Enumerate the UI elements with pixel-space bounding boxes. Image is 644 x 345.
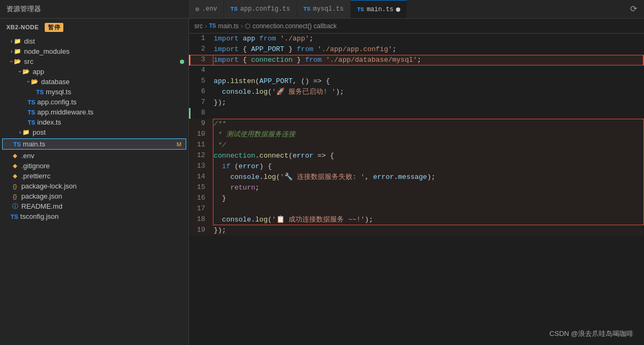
chevron-icon: › [19,129,21,135]
line-number: 14 [190,172,214,183]
code-line-9: 9 /** [190,119,643,129]
code-line-17: 17 [190,204,643,215]
tsconfig-label: tsconfig.json [20,212,59,220]
ts-file-icon: TS [13,141,21,147]
line-number: 19 [190,225,214,236]
line-content: console.log('🔧 连接数据服务失败: ', error.messag… [214,172,643,183]
line-number: 12 [190,151,214,161]
code-line-12: 12 connection.connect(error => { [190,151,643,161]
line-number: 1 [190,34,214,44]
line-content [214,204,643,215]
sidebar-item-src[interactable]: › 📂 src [0,56,188,67]
env-label: .env [21,152,35,160]
sidebar-item-app-middleware-ts[interactable]: TS app.middleware.ts [0,107,188,117]
sidebar-item-app[interactable]: › 📂 app [0,67,188,77]
braces-icon: {} [11,193,19,200]
sidebar-item-mysql-ts[interactable]: TS mysql.ts [0,87,188,97]
tab-main[interactable]: TS main.ts [351,0,408,18]
app-config-ts-label: app.config.ts [37,98,77,106]
diamond-icon: ◆ [11,162,19,169]
ts-file-icon: TS [28,119,35,126]
line-content: connection.connect(error => { [214,151,643,161]
sidebar-item-node-modules[interactable]: › 📁 node_modules [0,46,188,56]
code-line-19: 19 }); [190,225,643,236]
tab-env-label: .env [202,5,217,13]
prettierrc-label: .prettierrc [21,172,51,180]
post-label: post [32,128,46,136]
pause-badge: 暂停 [45,23,63,32]
app-label: app [32,68,44,76]
code-area[interactable]: 1 import app from './app'; 2 import { AP… [189,34,644,345]
node-modules-label: node_modules [24,47,69,55]
code-line-10: 10 * 测试使用数据服务连接 [190,129,643,140]
sidebar-item-env[interactable]: ◆ .env [0,151,188,161]
sidebar-item-package-lock[interactable]: {} package-lock.json [0,181,188,191]
sidebar-item-app-config-ts[interactable]: TS app.config.ts [0,97,188,107]
line-content [214,108,643,119]
modified-badge [180,60,184,64]
editor: src › TS main.ts › ⬡ connection.connect(… [189,19,644,345]
line-number: 9 [190,119,214,129]
sidebar-item-main-ts[interactable]: TS main.ts M [2,138,186,150]
ts-file-icon: TS [11,213,18,220]
sidebar-item-database[interactable]: › 📂 database [0,77,188,87]
code-line-8: 8 [190,108,643,119]
modified-badge: M [177,141,181,147]
line-number: 17 [190,204,214,215]
readme-label: README.md [21,202,62,210]
database-label: database [41,78,70,86]
chevron-down-icon: › [9,61,14,62]
line-content: return; [214,183,643,193]
line-content: }); [214,225,643,236]
line-number: 15 [190,183,214,193]
chevron-icon: › [11,48,12,54]
breadcrumb-sep1: › [205,22,207,30]
tab-main-label: main.ts [367,6,393,13]
tab-env[interactable]: ⚙ .env [189,0,224,18]
title-bar: 资源管理器 ⚙ .env TS app.config.ts TS mysql.t… [0,0,644,19]
tab-app-config-label: app.config.ts [240,5,290,13]
ts-file-icon: TS [28,109,35,116]
line-number: 11 [190,140,214,151]
line-content: */ [214,140,643,151]
folder-open-icon: 📂 [30,78,39,85]
folder-open-icon: 📂 [22,68,30,75]
code-line-6: 6 console.log('🚀 服务已启动! '); [190,87,643,97]
breadcrumb-sep2: › [241,22,243,30]
line-number: 7 [190,97,214,108]
folder-open-icon: 📂 [13,58,22,65]
sidebar-item-package-json[interactable]: {} package.json [0,191,188,201]
sidebar-item-prettierrc[interactable]: ◆ .prettierrc [0,171,188,181]
line-content: app.listen(APP_PORT, () => { [214,76,643,87]
line-number: 2 [190,44,214,55]
package-lock-label: package-lock.json [21,182,77,190]
watermark: CSDN @浪去爪哇岛喝咖啡 [549,329,633,339]
sidebar-item-readme[interactable]: ⓘ README.md [0,201,188,211]
line-number: 10 [190,129,214,140]
code-line-2: 2 import { APP_PORT } from './app/app.co… [190,44,643,55]
line-content [214,65,643,76]
line-content: import { connection } from './app/databa… [214,55,643,65]
sidebar: XB2-NODE 暂停 › 📁 dist › 📁 node_modules › … [0,19,189,345]
chevron-down-icon: › [17,71,23,72]
sidebar-item-dist[interactable]: › 📁 dist [0,36,188,46]
ts-bc-icon: TS [209,23,216,29]
sidebar-item-tsconfig[interactable]: TS tsconfig.json [0,211,188,221]
sidebar-item-post[interactable]: › 📁 post [0,127,188,137]
sidebar-item-index-ts[interactable]: TS index.ts [0,117,188,127]
tab-mysql[interactable]: TS mysql.ts [297,0,351,18]
diamond-icon: ◆ [11,152,19,159]
code-line-13: 13 if (error) { [190,161,643,172]
package-json-label: package.json [21,192,62,200]
breadcrumb-src: src [194,22,203,30]
tab-app-config[interactable]: TS app.config.ts [224,0,297,18]
code-line-7: 7 }); [190,97,643,108]
folder-icon: 📁 [13,38,22,45]
line-content: import { APP_PORT } from './app/app.conf… [214,44,643,55]
ts-file-icon: TS [28,99,35,105]
refresh-button[interactable]: ⟳ [623,4,644,14]
line-number: 3 [190,55,214,65]
sidebar-item-gitignore[interactable]: ◆ .gitignore [0,161,188,171]
chevron-icon: › [11,38,12,44]
line-content: /** [214,119,643,129]
